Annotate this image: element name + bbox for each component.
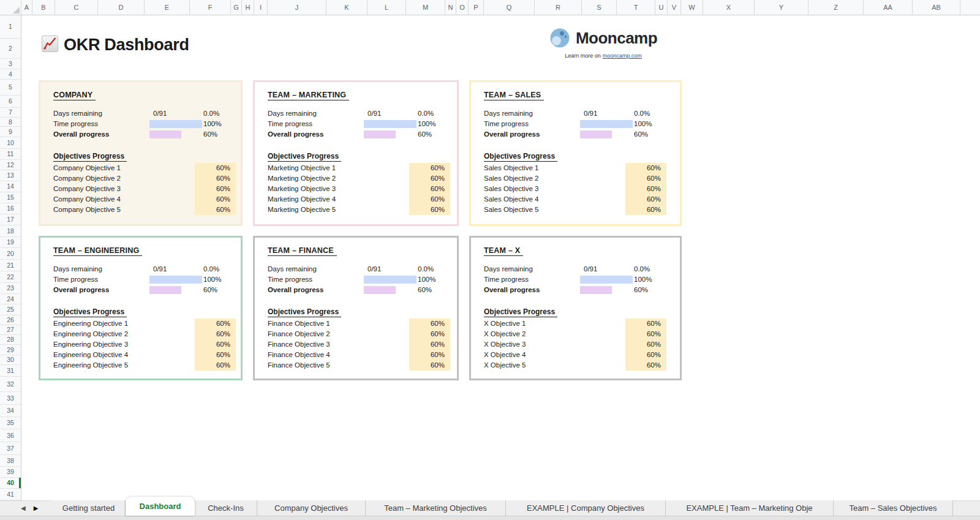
sheet-tab-team-sales-objectives[interactable]: Team – Sales Objectives — [834, 500, 953, 516]
objective-name: Marketing Objective 2 — [268, 173, 336, 184]
row-header-29[interactable]: 29 — [0, 345, 21, 355]
column-header-J[interactable]: J — [268, 0, 326, 15]
row-header-32[interactable]: 32 — [0, 377, 21, 392]
objective-name: Engineering Objective 5 — [53, 360, 128, 371]
column-header-N[interactable]: N — [445, 0, 456, 15]
row-header-15[interactable]: 15 — [0, 192, 21, 203]
column-header-C[interactable]: C — [55, 0, 98, 15]
stat-label: Overall progress — [53, 130, 109, 138]
column-header-K[interactable]: K — [326, 0, 368, 15]
row-header-25[interactable]: 25 — [0, 304, 21, 315]
objective-progress-cell: 60% — [625, 205, 666, 215]
row-header-34[interactable]: 34 — [0, 405, 21, 417]
row-header-28[interactable]: 28 — [0, 335, 21, 345]
page-title: OKR Dashboard — [64, 36, 189, 55]
sheet-tab-team-marketing-objectives[interactable]: Team – Marketing Objectives — [366, 500, 506, 516]
column-header-G[interactable]: G — [231, 0, 242, 15]
column-header-T[interactable]: T — [617, 0, 655, 15]
row-header-13[interactable]: 13 — [0, 170, 21, 181]
column-header-W[interactable]: W — [681, 0, 703, 15]
column-header-AA[interactable]: AA — [864, 0, 913, 15]
row-header-19[interactable]: 19 — [0, 237, 21, 248]
row-header-40[interactable]: 40 — [0, 478, 21, 489]
row-header-18[interactable]: 18 — [0, 225, 21, 237]
column-header-U[interactable]: U — [655, 0, 668, 15]
row-header-26[interactable]: 26 — [0, 315, 21, 325]
overall-progress-bar — [364, 130, 396, 138]
row-header-30[interactable]: 30 — [0, 355, 21, 365]
row-header-12[interactable]: 12 — [0, 160, 21, 170]
column-header-Z[interactable]: Z — [809, 0, 864, 15]
objective-row: X Objective 360% — [471, 339, 680, 350]
column-header-Y[interactable]: Y — [755, 0, 809, 15]
sheet-grid[interactable]: OKR Dashboard Mooncamp Learn m — [21, 15, 980, 500]
column-header-D[interactable]: D — [98, 0, 145, 15]
row-header-7[interactable]: 7 — [0, 108, 21, 118]
column-header-X[interactable]: X — [703, 0, 755, 15]
stat-percent: 100% — [203, 119, 221, 128]
row-header-10[interactable]: 10 — [0, 137, 21, 149]
objective-name: Sales Objective 3 — [484, 184, 539, 194]
row-header-11[interactable]: 11 — [0, 149, 21, 160]
row-header-37[interactable]: 37 — [0, 442, 21, 455]
select-all-corner[interactable] — [0, 0, 21, 15]
objective-name: Finance Objective 2 — [268, 329, 330, 339]
sheet-tab-example-team-marketing-obje[interactable]: EXAMPLE | Team – Marketing Obje — [666, 500, 834, 516]
sheet-tab-dashboard[interactable]: Dashboard — [126, 497, 195, 516]
row-header-31[interactable]: 31 — [0, 365, 21, 377]
row-header-4[interactable]: 4 — [0, 69, 21, 80]
row-header-38[interactable]: 38 — [0, 455, 21, 467]
row-header-14[interactable]: 14 — [0, 181, 21, 192]
mooncamp-link[interactable]: mooncamp.com — [603, 53, 642, 59]
row-header-27[interactable]: 27 — [0, 325, 21, 335]
objectives-heading: Objectives Progress — [53, 152, 127, 162]
column-header-H[interactable]: H — [242, 0, 254, 15]
row-header-23[interactable]: 23 — [0, 283, 21, 294]
column-header-I[interactable]: I — [254, 0, 268, 15]
column-header-P[interactable]: P — [469, 0, 484, 15]
column-header-L[interactable]: L — [368, 0, 406, 15]
tab-scroll-left-icon[interactable]: ◀ — [21, 505, 26, 511]
column-header-E[interactable]: E — [145, 0, 190, 15]
objective-row: Marketing Objective 160% — [255, 163, 457, 173]
row-header-9[interactable]: 9 — [0, 127, 21, 137]
row-header-22[interactable]: 22 — [0, 271, 21, 283]
tab-scroll-right-icon[interactable]: ▶ — [34, 505, 39, 511]
row-header-2[interactable]: 2 — [0, 39, 21, 59]
column-header-A[interactable]: A — [21, 0, 32, 15]
row-header-17[interactable]: 17 — [0, 214, 21, 225]
sheet-tab-example-company-objectives[interactable]: EXAMPLE | Company Objectives — [506, 500, 666, 516]
row-header-33[interactable]: 33 — [0, 392, 21, 405]
stat-label: Time progress — [484, 275, 529, 284]
objective-name: X Objective 1 — [484, 318, 526, 329]
column-header-S[interactable]: S — [582, 0, 617, 15]
stat-value: 0/91 — [153, 265, 167, 273]
overall-progress-bar — [149, 286, 181, 294]
row-header-8[interactable]: 8 — [0, 118, 21, 127]
row-header-20[interactable]: 20 — [0, 248, 21, 260]
sheet-tab-company-objectives[interactable]: Company Objectives — [257, 500, 366, 516]
stat-percent: 0.0% — [418, 109, 434, 118]
row-header-41[interactable]: 41 — [0, 489, 21, 500]
column-header-AB[interactable]: AB — [913, 0, 960, 15]
row-header-5[interactable]: 5 — [0, 80, 21, 96]
objective-name: Engineering Objective 3 — [53, 339, 128, 350]
row-header-39[interactable]: 39 — [0, 467, 21, 478]
row-header-6[interactable]: 6 — [0, 96, 21, 108]
column-header-M[interactable]: M — [406, 0, 445, 15]
row-header-3[interactable]: 3 — [0, 59, 21, 69]
row-header-36[interactable]: 36 — [0, 429, 21, 442]
sheet-tab-getting-started[interactable]: Getting started — [52, 500, 126, 516]
column-header-F[interactable]: F — [190, 0, 231, 15]
row-header-1[interactable]: 1 — [0, 15, 21, 39]
sheet-tab-check-ins[interactable]: Check-Ins — [195, 500, 257, 516]
row-header-16[interactable]: 16 — [0, 203, 21, 214]
row-header-24[interactable]: 24 — [0, 294, 21, 304]
column-header-B[interactable]: B — [32, 0, 55, 15]
column-header-R[interactable]: R — [535, 0, 582, 15]
column-header-V[interactable]: V — [668, 0, 681, 15]
column-header-O[interactable]: O — [456, 0, 469, 15]
column-header-Q[interactable]: Q — [484, 0, 535, 15]
row-header-35[interactable]: 35 — [0, 417, 21, 429]
row-header-21[interactable]: 21 — [0, 260, 21, 271]
